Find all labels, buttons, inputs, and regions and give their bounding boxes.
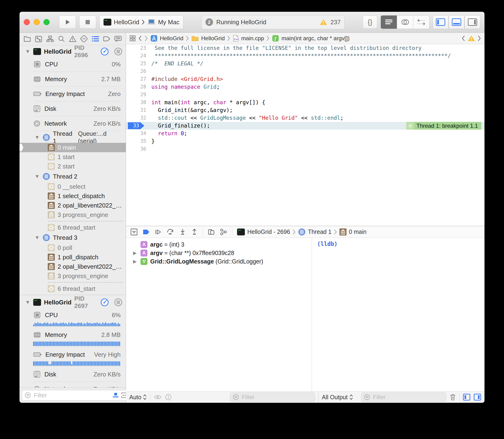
line-number[interactable]: 23 [126, 44, 151, 52]
view-hierarchy-icon[interactable] [208, 228, 215, 235]
disclosure-triangle[interactable]: ▼ [35, 173, 40, 180]
code-line-34[interactable]: 34 return 0; [126, 130, 484, 137]
source-editor[interactable]: 23 See the full license in the file "LIC… [126, 44, 484, 226]
code-line-29[interactable]: 29 [126, 91, 484, 98]
continue-icon[interactable] [155, 228, 162, 235]
crumb-process[interactable]: HelloGrid - 2696 [247, 228, 290, 235]
stack-frame-row[interactable]: 2 opal_libevent2022_ev... [20, 262, 126, 271]
stack-frame-row[interactable]: 3 progress_engine [20, 271, 126, 281]
navigator-tab-symbols-icon[interactable] [46, 35, 54, 43]
gauge-row-cpu[interactable]: CPU 6% [20, 309, 126, 321]
gauge-row-network[interactable]: Network Zero KB/s [20, 117, 126, 130]
console-view[interactable]: (lldb) [312, 238, 484, 391]
gauge-row-memory[interactable]: Memory 2.8 MB [20, 329, 126, 341]
hide-debug-area-icon[interactable] [130, 228, 138, 236]
memory-graph-icon[interactable] [220, 228, 227, 235]
step-out-icon[interactable] [191, 228, 198, 235]
step-into-icon[interactable] [179, 228, 186, 235]
process-header[interactable]: ▼ HelloGrid PID 2697 [20, 296, 126, 309]
stack-frame-row[interactable]: 0 main [20, 143, 126, 152]
line-number[interactable]: 29 [126, 91, 151, 98]
disclosure-triangle[interactable]: ▶ [133, 258, 138, 264]
code-line-30[interactable]: 30int main(int argc, char * argv[]) { [126, 98, 484, 106]
gauge-row-energy-impact[interactable]: Energy Impact Zero [20, 87, 126, 100]
stop-button[interactable] [79, 15, 96, 29]
navigator-filter-input[interactable] [33, 392, 110, 399]
stack-frame-row[interactable]: 1 select_dispatch [20, 191, 126, 201]
jumpbar-item-symbol[interactable]: main(int argc, char * argv[]) [281, 35, 349, 42]
toggle-variables-view-icon[interactable] [463, 394, 470, 401]
code-line-24[interactable]: 24 *************************************… [126, 52, 484, 60]
thread-header[interactable]: ▼ Thread 2 [20, 171, 126, 182]
warning-count[interactable]: 237 [330, 19, 341, 26]
jumpbar-item-group[interactable]: HelloGrid [201, 35, 225, 42]
code-line-26[interactable]: 26 [126, 68, 484, 75]
jumpbar-item-file[interactable]: main.cpp [241, 35, 264, 42]
code-line-35[interactable]: 35} [126, 137, 484, 145]
navigator-tab-project-icon[interactable] [23, 35, 31, 43]
next-issue-icon[interactable] [477, 35, 481, 41]
breakpoint-annotation[interactable]: ≡Thread 1: breakpoint 1.1 [406, 122, 481, 130]
related-items-icon[interactable] [129, 35, 136, 42]
navigator-tab-debug-icon[interactable] [92, 35, 99, 43]
code-line-27[interactable]: 27#include <Grid/Grid.h> [126, 75, 484, 83]
crumb-thread[interactable]: Thread 1 [308, 228, 331, 235]
line-number[interactable]: 24 [126, 52, 151, 60]
line-number[interactable]: 25 [126, 60, 151, 68]
breakpoints-toggle-icon[interactable] [142, 229, 150, 235]
activity-status[interactable]: 2 Running HelloGrid 237 [201, 15, 345, 29]
thread-header[interactable]: ▼ Thread 1 Queue:...d (serial) [20, 132, 126, 143]
thread-header[interactable]: ▼ Thread 3 [20, 232, 126, 243]
process-header[interactable]: ▼ HelloGrid PID 2696 [20, 45, 126, 58]
console-scope-select[interactable]: All Output [322, 394, 353, 401]
variables-view[interactable]: A argc = (int) 3▶ A argv = (char **) 0x7… [126, 238, 312, 391]
code-line-28[interactable]: 28using namespace Grid; [126, 83, 484, 91]
variable-row[interactable]: ▶ V Grid::GridLogMessage (Grid::GridLogg… [126, 257, 312, 266]
gauge-row-disk[interactable]: Disk Zero KB/s [20, 368, 126, 381]
gauges-button-icon[interactable] [100, 47, 109, 56]
code-line-33[interactable]: 33 Grid_finalize();≡Thread 1: breakpoint… [126, 122, 484, 130]
disclosure-triangle[interactable]: ▼ [35, 234, 40, 241]
stack-frame-row[interactable]: 2 opal_libevent2022_ev... [20, 201, 126, 210]
variable-row[interactable]: A argc = (int) 3 [126, 240, 312, 249]
go-forward-icon[interactable] [144, 35, 148, 41]
gauges-button-icon[interactable] [100, 298, 109, 306]
line-number[interactable]: 28 [126, 83, 151, 91]
variables-filter-input[interactable] [241, 394, 315, 401]
variables-scope-select[interactable]: Auto [129, 394, 147, 401]
code-line-32[interactable]: 32 std::cout << GridLogMessage << "Hello… [126, 114, 484, 122]
gauge-row-network[interactable]: Network Zero KB/s [20, 383, 126, 388]
info-icon[interactable] [165, 394, 172, 401]
gauge-row-energy-impact[interactable]: Energy Impact Very High [20, 348, 126, 361]
issue-warning-icon[interactable] [468, 35, 475, 42]
gauge-row-disk[interactable]: Disk Zero KB/s [20, 102, 126, 115]
code-line-25[interactable]: 25/* END LEGAL */ [126, 60, 484, 68]
code-snippets-button[interactable]: {} [363, 15, 377, 29]
stack-frame-row[interactable]: 1 poll_dispatch [20, 252, 126, 262]
line-number[interactable]: 31 [126, 106, 151, 114]
go-back-icon[interactable] [138, 35, 142, 41]
assistant-editor-button[interactable] [397, 15, 413, 29]
navigator-tab-reports-icon[interactable] [114, 35, 122, 43]
pause-process-icon[interactable] [114, 47, 122, 56]
stack-frame-row[interactable]: 0 __select [20, 182, 126, 191]
toggle-debug-area-button[interactable] [449, 15, 464, 29]
line-number[interactable]: 32 [126, 114, 151, 122]
stack-frame-row[interactable]: 3 progress_engine [20, 210, 126, 220]
navigator-tab-source-control-icon[interactable] [35, 35, 43, 43]
console-filter-input[interactable] [373, 394, 446, 401]
stack-frame-row[interactable]: 6 thread_start [20, 284, 126, 293]
clear-console-icon[interactable] [449, 393, 456, 401]
scheme-selector[interactable]: HelloGrid My Mac [99, 15, 183, 29]
navigator-tab-issues-icon[interactable] [69, 35, 77, 43]
crumb-frame[interactable]: 0 main [349, 228, 366, 235]
disclosure-triangle[interactable]: ▼ [25, 299, 30, 305]
disclosure-triangle[interactable]: ▼ [35, 134, 40, 140]
toggle-navigator-button[interactable] [433, 15, 448, 29]
line-number[interactable]: 35 [126, 137, 151, 145]
line-number[interactable]: 36 [126, 145, 151, 153]
code-line-23[interactable]: 23 See the full license in the file "LIC… [126, 44, 484, 52]
stack-frame-row[interactable]: 0 poll [20, 243, 126, 252]
code-line-36[interactable]: 36 [126, 145, 484, 153]
navigator-tab-breakpoints-icon[interactable] [103, 35, 111, 43]
